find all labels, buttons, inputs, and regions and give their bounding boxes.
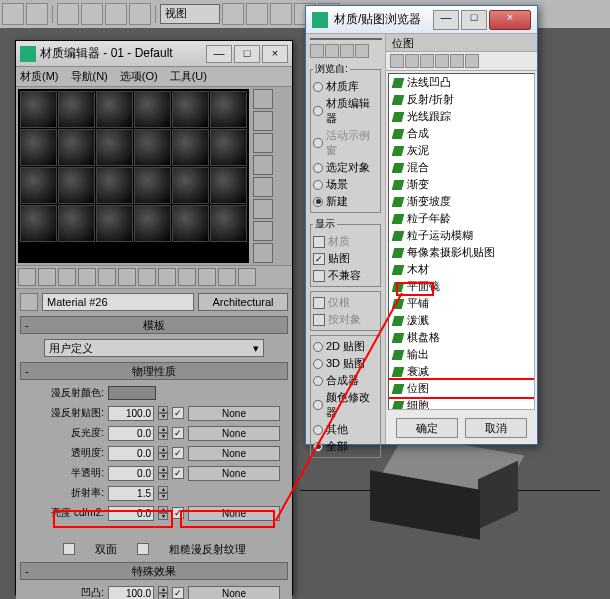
list-item[interactable]: 平面镜	[389, 278, 534, 295]
radio-new[interactable]	[313, 197, 323, 207]
pick-button[interactable]	[20, 293, 38, 311]
sample-slot[interactable]	[20, 91, 57, 128]
radio-mtl-editor[interactable]	[313, 106, 323, 116]
material-name-input[interactable]	[42, 293, 194, 311]
sample-slot[interactable]	[172, 205, 209, 242]
list-item[interactable]: 每像素摄影机贴图	[389, 244, 534, 261]
scene-box-object[interactable]	[370, 455, 520, 545]
list-item[interactable]: 木材	[389, 261, 534, 278]
radio-selected[interactable]	[313, 163, 323, 173]
tool-button[interactable]	[222, 3, 244, 25]
list-view-icon[interactable]	[405, 54, 419, 68]
sample-slot[interactable]	[172, 91, 209, 128]
view-tree-icon[interactable]	[355, 44, 369, 58]
tool-button[interactable]	[246, 3, 268, 25]
ior-spinner[interactable]: 1.5	[108, 486, 154, 501]
close-button[interactable]: ×	[489, 10, 531, 30]
spin-down[interactable]: ▾	[158, 413, 168, 420]
menu-material[interactable]: 材质(M)	[20, 69, 59, 84]
sample-slot[interactable]	[134, 205, 171, 242]
cb-maps[interactable]: ✓	[313, 253, 325, 265]
list-view-icon[interactable]	[465, 54, 479, 68]
spin-up[interactable]: ▴	[158, 466, 168, 473]
list-item[interactable]: 棋盘格	[389, 329, 534, 346]
make-preview-button[interactable]	[253, 199, 273, 219]
view-large-icon[interactable]	[340, 44, 354, 58]
bump-check[interactable]: ✓	[172, 587, 184, 599]
list-item[interactable]: 位图	[389, 380, 534, 397]
tool-button[interactable]	[57, 3, 79, 25]
view-dropdown[interactable]: 视图	[160, 4, 220, 24]
cb-incompat[interactable]	[313, 270, 325, 282]
list-item[interactable]: 法线凹凸	[389, 74, 534, 91]
ok-button[interactable]: 确定	[396, 418, 458, 438]
spin-up[interactable]: ▴	[158, 446, 168, 453]
show-end-button[interactable]	[198, 268, 216, 286]
bump-spinner[interactable]: 100.0	[108, 586, 154, 600]
list-view-icon[interactable]	[450, 54, 464, 68]
list-item[interactable]: 混合	[389, 159, 534, 176]
radio-all[interactable]	[313, 442, 323, 452]
diffuse-map-button[interactable]: None	[188, 406, 280, 421]
get-material-button[interactable]	[18, 268, 36, 286]
menu-navigate[interactable]: 导航(N)	[71, 69, 108, 84]
spin-down[interactable]: ▾	[158, 433, 168, 440]
sample-slot[interactable]	[20, 205, 57, 242]
list-view-icon[interactable]	[390, 54, 404, 68]
shininess-spinner[interactable]: 0.0	[108, 426, 154, 441]
menu-options[interactable]: 选项(O)	[120, 69, 158, 84]
menu-tools[interactable]: 工具(U)	[170, 69, 207, 84]
view-list-icon[interactable]	[310, 44, 324, 58]
list-item[interactable]: 光线跟踪	[389, 108, 534, 125]
transparency-spinner[interactable]: 0.0	[108, 446, 154, 461]
radio-color-mods[interactable]	[313, 400, 323, 410]
material-type-button[interactable]: Architectural	[198, 293, 288, 311]
spin-up[interactable]: ▴	[158, 406, 168, 413]
sample-slot[interactable]	[134, 91, 171, 128]
sample-slot[interactable]	[58, 129, 95, 166]
radio-2d[interactable]	[313, 342, 323, 352]
sample-slot[interactable]	[96, 167, 133, 204]
tool-button[interactable]	[81, 3, 103, 25]
list-item[interactable]: 反射/折射	[389, 91, 534, 108]
diffuse-map-spinner[interactable]: 100.0	[108, 406, 154, 421]
list-item[interactable]: 输出	[389, 346, 534, 363]
sample-slot[interactable]	[210, 167, 247, 204]
translucency-check[interactable]: ✓	[172, 467, 184, 479]
select-by-mat-button[interactable]	[253, 243, 273, 263]
radio-compositors[interactable]	[313, 376, 323, 386]
background-button[interactable]	[253, 133, 273, 153]
sample-slot[interactable]	[58, 205, 95, 242]
assign-button[interactable]	[58, 268, 76, 286]
raw-diffuse-check[interactable]	[137, 543, 149, 555]
spin-down[interactable]: ▾	[158, 593, 168, 600]
list-item[interactable]: 渐变	[389, 176, 534, 193]
radio-mtl-lib[interactable]	[313, 82, 323, 92]
diffuse-map-check[interactable]: ✓	[172, 407, 184, 419]
show-map-button[interactable]	[178, 268, 196, 286]
put-to-lib-button[interactable]	[138, 268, 156, 286]
two-sided-check[interactable]	[63, 543, 75, 555]
view-small-icon[interactable]	[325, 44, 339, 58]
go-parent-button[interactable]	[218, 268, 236, 286]
list-view-icon[interactable]	[435, 54, 449, 68]
radio-other[interactable]	[313, 425, 323, 435]
spin-up[interactable]: ▴	[158, 426, 168, 433]
close-button[interactable]: ×	[262, 45, 288, 63]
spin-up[interactable]: ▴	[158, 506, 168, 513]
list-item[interactable]: 渐变坡度	[389, 193, 534, 210]
cancel-button[interactable]: 取消	[465, 418, 527, 438]
sample-slot[interactable]	[210, 91, 247, 128]
list-item[interactable]: 粒子运动模糊	[389, 227, 534, 244]
backlight-button[interactable]	[253, 111, 273, 131]
list-item[interactable]: 衰减	[389, 363, 534, 380]
put-to-scene-button[interactable]	[38, 268, 56, 286]
transparency-map-button[interactable]: None	[188, 446, 280, 461]
sample-slot[interactable]	[134, 167, 171, 204]
sample-slot[interactable]	[96, 129, 133, 166]
luminance-spinner[interactable]: 0.0	[108, 506, 154, 521]
sample-slot[interactable]	[96, 91, 133, 128]
sample-slot[interactable]	[58, 91, 95, 128]
sample-slot[interactable]	[20, 167, 57, 204]
video-check-button[interactable]	[253, 177, 273, 197]
